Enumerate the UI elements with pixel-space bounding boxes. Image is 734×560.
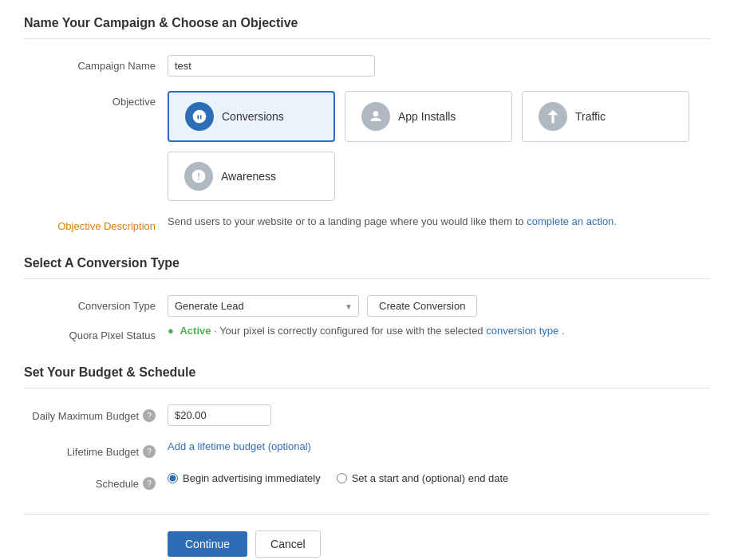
schedule-immediately-option[interactable]: Begin advertising immediately xyxy=(168,472,321,484)
page-container: Name Your Campaign & Choose an Objective… xyxy=(0,0,734,560)
schedule-immediately-label: Begin advertising immediately xyxy=(183,472,321,484)
pixel-status-value: ● Active · Your pixel is correctly confi… xyxy=(168,325,565,337)
pixel-active-dot: ● xyxy=(168,325,174,337)
app-installs-icon xyxy=(361,102,390,131)
conversion-type-label: Conversion Type xyxy=(24,295,168,312)
schedule-start-date-option[interactable]: Set a start and (optional) end date xyxy=(337,472,509,484)
awareness-icon xyxy=(184,162,213,191)
app-installs-label: App Installs xyxy=(398,110,456,123)
budget-section: Set Your Budget & Schedule Daily Maximum… xyxy=(24,365,710,490)
add-lifetime-budget-link[interactable]: Add a lifetime budget (optional) xyxy=(168,440,311,452)
objective-description-label: Objective Description xyxy=(24,215,168,232)
pixel-end: . xyxy=(562,325,565,337)
daily-budget-help-icon[interactable]: ? xyxy=(143,409,156,422)
campaign-section: Name Your Campaign & Choose an Objective… xyxy=(24,16,710,232)
campaign-name-label: Campaign Name xyxy=(24,55,168,72)
lifetime-budget-row: Lifetime Budget ? Add a lifetime budget … xyxy=(24,440,710,458)
schedule-label: Schedule ? xyxy=(24,472,168,490)
objective-description-row: Objective Description Send users to your… xyxy=(24,215,710,232)
objective-card-awareness[interactable]: Awareness xyxy=(168,152,335,201)
objective-card-app-installs[interactable]: App Installs xyxy=(345,91,512,142)
schedule-row: Schedule ? Begin advertising immediately… xyxy=(24,472,710,490)
schedule-immediately-radio[interactable] xyxy=(168,473,178,483)
conversions-label: Conversions xyxy=(222,110,284,123)
create-conversion-button[interactable]: Create Conversion xyxy=(367,295,477,317)
objectives-container: Conversions App Installs xyxy=(168,91,710,201)
conversion-type-row: Conversion Type Generate Lead Purchase S… xyxy=(24,295,710,317)
pixel-status-middle: · Your pixel is correctly configured for… xyxy=(214,325,483,337)
daily-budget-row: Daily Maximum Budget ? xyxy=(24,404,710,426)
daily-budget-input[interactable] xyxy=(175,409,264,421)
pixel-status-label: Quora Pixel Status xyxy=(24,325,168,341)
schedule-start-date-radio[interactable] xyxy=(337,473,347,483)
daily-budget-label: Daily Maximum Budget ? xyxy=(24,404,168,422)
daily-budget-input-wrapper xyxy=(168,404,271,426)
campaign-name-input[interactable] xyxy=(168,55,375,77)
conversion-type-select-wrapper: Generate Lead Purchase Sign Up Add to Ca… xyxy=(168,295,359,317)
schedule-options: Begin advertising immediately Set a star… xyxy=(168,472,508,484)
svg-point-0 xyxy=(373,111,379,116)
awareness-label: Awareness xyxy=(221,170,276,183)
objective-description-text: Send users to your website or to a landi… xyxy=(168,215,617,227)
lifetime-budget-help-icon[interactable]: ? xyxy=(143,445,156,458)
schedule-start-date-label: Set a start and (optional) end date xyxy=(352,472,509,484)
traffic-label: Traffic xyxy=(575,110,606,123)
traffic-icon xyxy=(539,102,567,131)
campaign-name-row: Campaign Name xyxy=(24,55,710,77)
conversions-icon xyxy=(185,102,214,131)
conversion-section-header: Select A Conversion Type xyxy=(24,256,710,279)
pixel-conversion-link: conversion type xyxy=(486,325,558,337)
cancel-button[interactable]: Cancel xyxy=(255,530,321,558)
conversion-type-select[interactable]: Generate Lead Purchase Sign Up Add to Ca… xyxy=(168,295,359,317)
lifetime-budget-label: Lifetime Budget ? xyxy=(24,440,168,458)
campaign-section-header: Name Your Campaign & Choose an Objective xyxy=(24,16,710,39)
conversion-section: Select A Conversion Type Conversion Type… xyxy=(24,256,710,341)
objective-card-traffic[interactable]: Traffic xyxy=(522,91,689,142)
continue-button[interactable]: Continue xyxy=(168,531,247,557)
pixel-status-row: Quora Pixel Status ● Active · Your pixel… xyxy=(24,325,710,341)
objective-label: Objective xyxy=(24,91,168,108)
budget-section-header: Set Your Budget & Schedule xyxy=(24,365,710,388)
schedule-help-icon[interactable]: ? xyxy=(143,477,156,490)
objective-card-conversions[interactable]: Conversions xyxy=(168,91,335,142)
svg-rect-1 xyxy=(551,115,554,123)
actions-section: Continue Cancel xyxy=(24,514,710,558)
objective-row: Objective Conversions xyxy=(24,91,710,201)
pixel-active-text: Active xyxy=(180,325,211,337)
